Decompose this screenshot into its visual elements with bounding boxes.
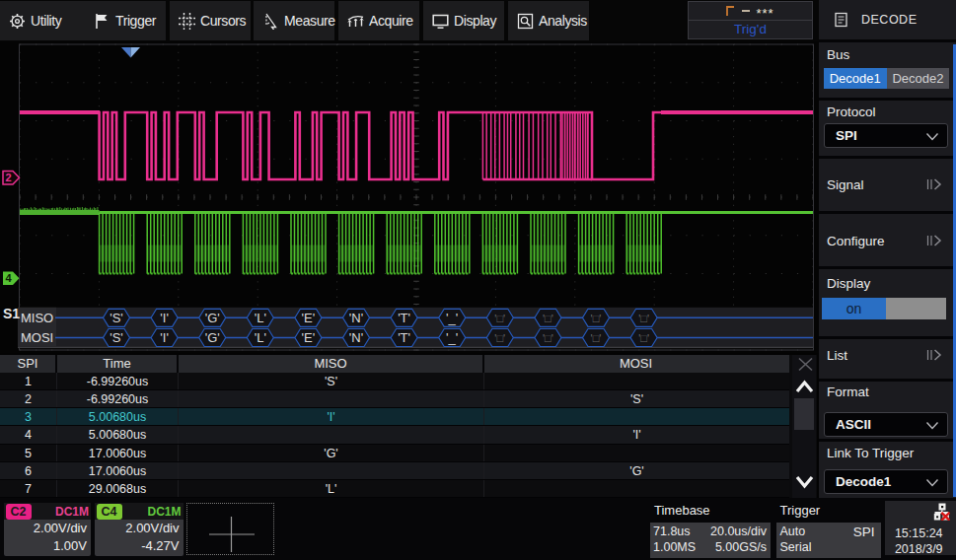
svg-text:'□': '□' [543, 313, 553, 324]
svg-text:'N': 'N' [349, 311, 363, 325]
svg-text:'I': 'I' [160, 330, 169, 345]
svg-text:'E': 'E' [302, 311, 316, 325]
svg-text:4: 4 [5, 272, 12, 284]
svg-text:'S': 'S' [110, 330, 123, 345]
svg-text:2: 2 [5, 172, 11, 183]
svg-text:'_': '_' [446, 311, 458, 325]
svg-text:'□': '□' [638, 313, 649, 324]
svg-text:'T': 'T' [398, 330, 410, 345]
svg-text:'G': 'G' [205, 311, 220, 325]
svg-text:'S': 'S' [110, 311, 123, 325]
svg-text:'L': 'L' [255, 311, 266, 325]
svg-text:'T': 'T' [398, 311, 410, 325]
svg-text:'□': '□' [494, 313, 505, 324]
svg-text:'□': '□' [591, 332, 602, 344]
svg-text:'□': '□' [638, 332, 649, 344]
svg-text:'□': '□' [591, 313, 602, 324]
svg-text:'G': 'G' [205, 330, 220, 345]
svg-text:'□': '□' [494, 332, 505, 344]
svg-text:MOSI: MOSI [21, 330, 53, 345]
svg-text:'L': 'L' [255, 330, 266, 345]
svg-text:'I': 'I' [160, 311, 169, 325]
svg-text:'E': 'E' [302, 330, 316, 345]
svg-text:S1: S1 [3, 306, 20, 321]
svg-text:'_': '_' [446, 330, 458, 345]
svg-text:MISO: MISO [21, 311, 53, 325]
svg-text:'N': 'N' [349, 330, 363, 345]
svg-text:'□': '□' [543, 332, 553, 344]
